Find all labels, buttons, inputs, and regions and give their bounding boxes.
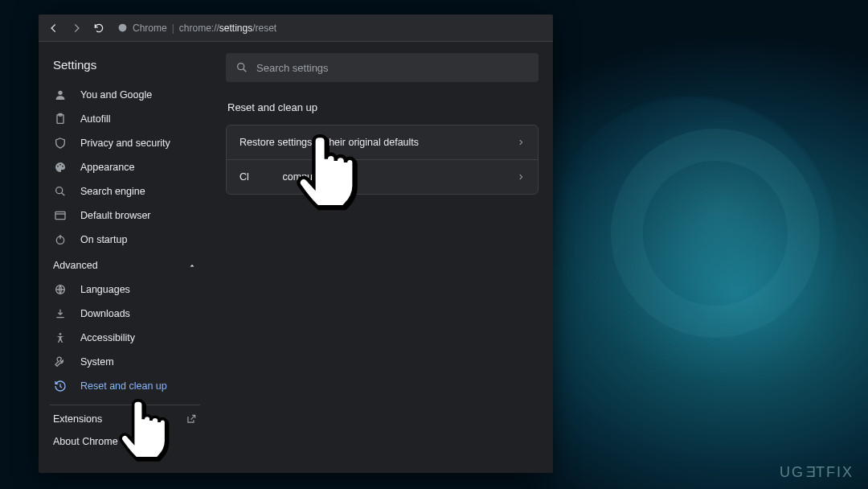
palette-icon (53, 160, 68, 175)
svg-point-1 (58, 91, 62, 95)
chevron-right-icon (517, 173, 525, 181)
sidebar-item-system[interactable]: System (39, 350, 211, 374)
sidebar-item-label: Search engine (80, 186, 145, 197)
svg-rect-8 (55, 212, 65, 219)
sidebar-title: Settings (39, 50, 211, 83)
row-label: Restore settings to their original defau… (240, 137, 419, 148)
clean-up-computer-row[interactable]: Clean up computer (227, 159, 538, 194)
watermark: UGETFIX (780, 464, 854, 481)
browser-window: Chrome | chrome://settings/reset Setting… (39, 14, 553, 473)
reset-card: Restore settings to their original defau… (226, 125, 538, 195)
chevron-right-icon (517, 138, 525, 146)
restore-icon (53, 379, 68, 393)
settings-content: Settings You and Google Autofill Privacy… (39, 42, 553, 473)
sidebar-item-label: Appearance (80, 162, 134, 173)
sidebar-item-languages[interactable]: Languages (39, 277, 211, 302)
svg-point-6 (62, 166, 63, 167)
clipboard-icon (53, 112, 68, 126)
about-label: About Chrome (53, 436, 118, 447)
url-prefix: chrome:// (179, 23, 219, 34)
accessibility-icon (53, 331, 68, 345)
address-bar[interactable]: Chrome | chrome://settings/reset (113, 23, 276, 34)
sidebar-item-appearance[interactable]: Appearance (39, 155, 211, 179)
svg-point-12 (238, 64, 244, 70)
sidebar-item-label: You and Google (80, 89, 152, 101)
sidebar-item-label: System (80, 356, 114, 368)
shield-icon (53, 136, 68, 150)
download-icon (53, 306, 68, 321)
wrench-icon (53, 355, 68, 369)
svg-point-11 (59, 333, 62, 335)
url-suffix: /reset (252, 23, 276, 34)
forward-button[interactable] (68, 19, 85, 37)
sidebar-item-accessibility[interactable]: Accessibility (39, 326, 211, 350)
sidebar-item-label: On startup (80, 234, 127, 245)
sidebar-item-reset[interactable]: Reset and clean up (39, 374, 211, 398)
site-info-icon[interactable] (117, 23, 128, 33)
search-settings-input[interactable]: Search settings (226, 53, 538, 82)
sidebar-item-label: Default browser (80, 210, 151, 221)
sidebar-item-label: Downloads (80, 308, 130, 319)
extensions-label: Extensions (53, 413, 102, 425)
globe-icon (53, 282, 68, 297)
sidebar-extensions[interactable]: Extensions (39, 405, 211, 433)
svg-point-7 (56, 187, 63, 194)
sidebar-item-on-startup[interactable]: On startup (39, 228, 211, 252)
sidebar-item-label: Autofill (80, 113, 111, 125)
chevron-up-icon (187, 261, 197, 270)
sidebar-about[interactable]: About Chrome (39, 433, 211, 455)
sidebar-item-label: Languages (80, 284, 130, 295)
row-label: Clean up computer (240, 171, 325, 183)
svg-point-4 (57, 166, 59, 167)
address-separator: | (172, 23, 174, 34)
sidebar-item-downloads[interactable]: Downloads (39, 302, 211, 326)
url-mid: settings (219, 23, 252, 34)
search-placeholder: Search settings (256, 62, 329, 74)
sidebar-item-search-engine[interactable]: Search engine (39, 179, 211, 203)
sidebar-item-default-browser[interactable]: Default browser (39, 203, 211, 228)
sidebar-advanced-toggle[interactable]: Advanced (39, 252, 211, 277)
browser-toolbar: Chrome | chrome://settings/reset (39, 14, 553, 42)
sidebar-item-label: Accessibility (80, 332, 135, 343)
sidebar-item-autofill[interactable]: Autofill (39, 107, 211, 131)
svg-point-0 (119, 24, 127, 32)
sidebar-item-privacy[interactable]: Privacy and security (39, 131, 211, 155)
open-external-icon (186, 413, 197, 425)
settings-sidebar: Settings You and Google Autofill Privacy… (39, 42, 211, 473)
restore-defaults-row[interactable]: Restore settings to their original defau… (227, 125, 538, 159)
power-icon (53, 232, 68, 247)
sidebar-item-you-and-google[interactable]: You and Google (39, 83, 211, 107)
settings-main: Search settings Reset and clean up Resto… (211, 42, 553, 473)
background-swirl-ring (611, 129, 820, 338)
address-app-name: Chrome (133, 23, 167, 34)
reload-button[interactable] (90, 19, 108, 37)
section-title: Reset and clean up (227, 101, 538, 113)
person-icon (53, 88, 68, 102)
browser-icon (53, 208, 68, 223)
search-icon (53, 184, 68, 199)
back-button[interactable] (45, 19, 63, 37)
advanced-label: Advanced (53, 260, 98, 271)
search-icon (235, 61, 248, 74)
svg-point-5 (59, 164, 61, 166)
sidebar-item-label: Privacy and security (80, 138, 170, 149)
sidebar-item-label: Reset and clean up (80, 380, 167, 392)
